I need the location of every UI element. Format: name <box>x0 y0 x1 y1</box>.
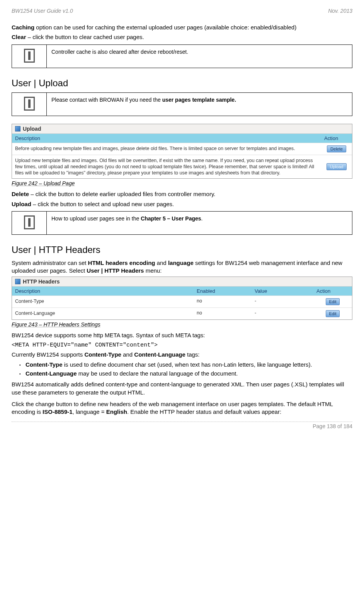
row-text: Upload new template files and images. Ol… <box>12 155 321 179</box>
t: language <box>168 260 194 266</box>
tags-list: Content-Type is used to define document … <box>12 361 352 378</box>
info-box-upload-contact: Please contact with BROWAN if you need t… <box>12 92 352 116</box>
ss-titlebar: HTTP Headers <box>12 277 352 287</box>
t: English <box>106 408 127 415</box>
info-icon <box>24 97 35 111</box>
upload-text: – click the button to select and upload … <box>31 201 174 207</box>
auto-add-paragraph: BW1254 automatically adds defined conten… <box>12 381 352 396</box>
delete-label: Delete <box>12 191 29 197</box>
cell-value: - <box>252 296 313 307</box>
li-bold: Content-Type <box>26 361 63 368</box>
note-prefix: Please contact with BROWAN if you need t… <box>51 97 162 103</box>
clear-paragraph: Clear – click the button to clear cached… <box>12 33 352 41</box>
screenshot-http-headers: HTTP Headers Description Enabled Value A… <box>12 277 352 320</box>
ss-title: Upload <box>23 126 41 132</box>
t: , language = <box>73 408 106 415</box>
li-bold: Content-Language <box>26 370 77 377</box>
clear-text: – click the button to clear cached user … <box>26 34 144 40</box>
screenshot-upload: Upload Description Action Before uploadi… <box>12 124 352 179</box>
clear-label: Clear <box>12 34 26 40</box>
cell-value: - <box>252 308 313 319</box>
heading-http-headers: User | HTTP Headers <box>12 244 352 255</box>
page-header: BW1254 User Guide v1.0 Nov. 2013 <box>12 8 352 14</box>
t: HTML headers encoding <box>88 260 155 266</box>
t: tags: <box>185 351 200 358</box>
cell-action: Edit <box>313 296 352 307</box>
figure-caption-243: Figure 243 – HTTP Headers Settings <box>12 321 352 328</box>
info-icon-cell <box>12 211 47 234</box>
page-number: Page 138 of 184 <box>313 423 352 429</box>
delete-paragraph: Delete – click the button to delete earl… <box>12 190 352 198</box>
caching-paragraph: Caching option can be used for caching t… <box>12 24 352 31</box>
window-icon <box>15 279 20 284</box>
ss-row-content-language: Content-Language no - Edit <box>12 307 352 319</box>
meta-intro: BW1254 device supports some http META ta… <box>12 331 352 339</box>
ss-titlebar: Upload <box>12 124 352 134</box>
info-icon <box>24 49 35 63</box>
ss-row-delete: Before uploading new template files and … <box>12 143 352 155</box>
row-action: Upload <box>321 155 352 179</box>
list-item: Content-Type is used to define document … <box>19 361 352 369</box>
howto-prefix: How to upload user pages see in the <box>51 215 141 222</box>
col-action: Action <box>313 287 352 295</box>
row-action: Delete <box>321 143 352 155</box>
col-enabled: Enabled <box>194 287 252 295</box>
cell-enabled: no <box>194 308 252 319</box>
row-text: Before uploading new template files and … <box>12 143 321 155</box>
caching-text: option can be used for caching the exter… <box>34 24 296 31</box>
info-icon-cell <box>12 92 47 116</box>
upload-paragraph: Upload – click the button to select and … <box>12 200 352 208</box>
col-value: Value <box>252 287 313 295</box>
doc-title: BW1254 User Guide v1.0 <box>12 8 73 14</box>
t: Content-Type <box>84 351 121 358</box>
http-intro: System administrator can set HTML header… <box>12 259 352 275</box>
t: Currently BW1254 supports <box>12 351 84 358</box>
ss-row-content-type: Content-Type no - Edit <box>12 295 352 307</box>
enable-paragraph: Click the change button to define new he… <box>12 400 352 416</box>
upload-label: Upload <box>12 201 31 207</box>
info-icon-cell <box>12 44 47 68</box>
delete-button[interactable]: Delete <box>327 145 346 152</box>
cell-desc: Content-Language <box>12 308 194 319</box>
ss-body: Content-Type no - Edit Content-Language … <box>12 295 352 319</box>
list-item: Content-Language may be used to declare … <box>19 370 352 377</box>
col-action: Action <box>321 134 352 143</box>
meta-code: <META HTTP-EQUIV="name" CONTENT="content… <box>12 342 352 348</box>
page-footer: Page 138 of 184 <box>12 422 352 429</box>
howto-bold: Chapter 5 – User Pages <box>141 215 201 222</box>
t: and <box>121 351 134 358</box>
howto-suffix: . <box>201 215 203 222</box>
note-bold: user pages template sample. <box>162 97 236 103</box>
col-description: Description <box>12 287 194 295</box>
figure-caption-242: Figure 242 – Upload Page <box>12 180 352 186</box>
info-text: How to upload user pages see in the Chap… <box>47 211 352 234</box>
t: Content-Language <box>134 351 185 358</box>
t: . Enable the HTTP header status and defa… <box>127 408 281 415</box>
ss-header-row: Description Enabled Value Action <box>12 287 352 295</box>
doc-date: Nov. 2013 <box>328 8 352 14</box>
cell-desc: Content-Type <box>12 296 194 307</box>
t: ISO-8859-1 <box>43 408 73 415</box>
li-text: is used to define document char set (use… <box>63 361 312 368</box>
li-text: may be used to declare the natural langu… <box>77 370 238 377</box>
edit-button[interactable]: Edit <box>326 298 340 305</box>
caching-label: Caching <box>12 24 34 31</box>
t: System administrator can set <box>12 260 88 266</box>
t: menu: <box>144 267 162 274</box>
col-description: Description <box>12 134 321 143</box>
upload-button[interactable]: Upload <box>327 163 347 170</box>
t: and <box>155 260 168 266</box>
edit-button[interactable]: Edit <box>326 310 340 317</box>
cell-action: Edit <box>313 308 352 319</box>
ss-body: Before uploading new template files and … <box>12 143 352 179</box>
window-icon <box>15 126 20 131</box>
info-text: Please contact with BROWAN if you need t… <box>47 92 352 116</box>
cell-enabled: no <box>194 296 252 307</box>
info-box-howto: How to upload user pages see in the Chap… <box>12 211 352 235</box>
heading-upload: User | Upload <box>12 78 352 89</box>
info-icon <box>24 215 35 229</box>
info-box-cache: Controller cache is also cleared after d… <box>12 44 352 68</box>
t: User | HTTP Headers <box>87 267 144 274</box>
ss-header-row: Description Action <box>12 134 352 143</box>
info-text: Controller cache is also cleared after d… <box>47 44 352 68</box>
